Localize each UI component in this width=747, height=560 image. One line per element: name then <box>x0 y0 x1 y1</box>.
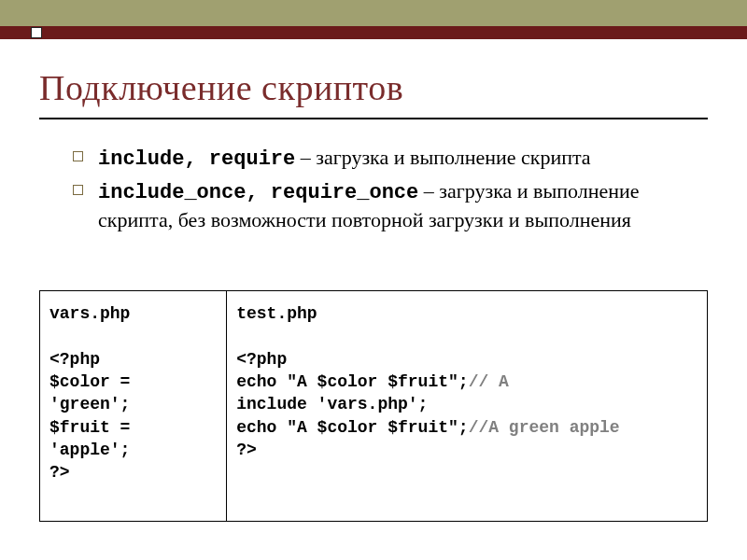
bullet-marker-icon <box>73 185 83 195</box>
code-table: vars.php <?php $color = 'green'; $fruit … <box>39 290 708 522</box>
code-cell-left: vars.php <?php $color = 'green'; $fruit … <box>40 291 227 522</box>
code-comment: // A <box>469 372 509 391</box>
slide-title: Подключение скриптов <box>39 67 708 108</box>
code-line: <?php <box>49 348 217 371</box>
bullet-keywords: include_once, require_once <box>98 181 418 204</box>
code-line: $color = 'green'; <box>49 371 217 416</box>
header-olive-bar <box>0 0 747 26</box>
code-cell-right: test.php <?php echo "A $color $fruit";//… <box>227 291 708 522</box>
table-row: vars.php <?php $color = 'green'; $fruit … <box>40 291 708 522</box>
code-filename: vars.php <box>49 302 217 325</box>
header-square-icon <box>32 28 41 37</box>
code-line: ?> <box>49 461 217 483</box>
code-segment: echo "A $color $fruit"; <box>236 418 468 437</box>
slide-content: Подключение скриптов include, require – … <box>0 39 747 257</box>
code-comment: //A green apple <box>469 418 620 437</box>
bullet-body: include, require – загрузка и выполнение… <box>98 144 591 174</box>
code-line: echo "A $color $fruit";// A <box>236 371 698 393</box>
code-segment: echo "A $color $fruit"; <box>236 372 468 391</box>
code-line: $fruit = 'apple'; <box>49 416 217 462</box>
bullet-description: – загрузка и выполнение скрипта <box>295 146 590 169</box>
code-line: include 'vars.php'; <box>236 393 698 415</box>
bullet-body: include_once, require_once – загрузка и … <box>98 177 708 234</box>
bullet-list: include, require – загрузка и выполнение… <box>39 144 708 234</box>
title-underline <box>39 118 708 119</box>
code-line: <?php <box>236 348 698 371</box>
bullet-item: include, require – загрузка и выполнение… <box>73 144 708 174</box>
code-line: echo "A $color $fruit";//A green apple <box>236 416 698 439</box>
code-filename: test.php <box>236 302 698 325</box>
header-maroon-bar <box>0 26 747 39</box>
bullet-item: include_once, require_once – загрузка и … <box>73 177 708 234</box>
code-line: ?> <box>236 439 698 461</box>
bullet-marker-icon <box>73 151 83 161</box>
bullet-keywords: include, require <box>98 147 295 171</box>
